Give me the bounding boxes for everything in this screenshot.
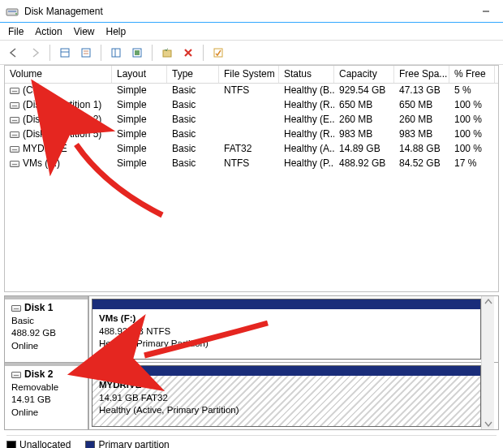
col-capacity[interactable]: Capacity	[334, 66, 394, 83]
disk-icon	[11, 372, 21, 378]
svg-point-2	[15, 13, 17, 15]
volume-list: Volume Layout Type File System Status Ca…	[4, 65, 499, 292]
disk-icon	[11, 305, 21, 312]
legend-unallocated: Unallocated	[6, 439, 71, 448]
disk-info[interactable]: Disk 1Basic488.92 GBOnline	[5, 296, 89, 362]
svg-rect-6	[82, 49, 90, 57]
back-button[interactable]	[5, 44, 23, 62]
svg-rect-12	[135, 50, 140, 55]
toolbar-btn-1[interactable]	[56, 44, 74, 62]
col-pct-free[interactable]: % Free	[449, 66, 495, 83]
table-row[interactable]: VMs (F:)SimpleBasicNTFSHealthy (P...488.…	[5, 157, 498, 171]
disk-area: VMs (F:)488.92 GB NTFSHealthy (Primary P…	[89, 296, 498, 362]
drive-icon	[10, 117, 19, 123]
partition[interactable]: MYDRIVE14.91 GB FAT32Healthy (Active, Pr…	[92, 365, 481, 427]
toolbar-btn-2[interactable]	[77, 44, 95, 62]
properties-button[interactable]	[209, 44, 227, 62]
svg-rect-4	[61, 49, 69, 57]
menu-action[interactable]: Action	[35, 26, 62, 37]
minimize-button[interactable]	[469, 0, 503, 23]
disk-row: Disk 2Removable14.91 GBOnlineMYDRIVE14.9…	[5, 363, 498, 429]
toolbar-btn-3[interactable]	[107, 44, 125, 62]
col-layout[interactable]: Layout	[112, 66, 167, 83]
table-row[interactable]: MYDRIVESimpleBasicFAT32Healthy (A...14.8…	[5, 142, 498, 157]
svg-rect-14	[214, 49, 222, 57]
partition[interactable]: VMs (F:)488.92 GB NTFSHealthy (Primary P…	[92, 299, 481, 360]
table-row[interactable]: (Disk 0 partition 2)SimpleBasicHealthy (…	[5, 113, 498, 127]
scrollbar[interactable]	[481, 296, 494, 429]
disk-row: Disk 1Basic488.92 GBOnlineVMs (F:)488.92…	[5, 296, 498, 363]
col-free-space[interactable]: Free Spa...	[394, 66, 449, 83]
window-controls	[469, 0, 503, 23]
forward-button[interactable]	[26, 44, 44, 62]
menu-bar: File Action View Help	[0, 23, 503, 41]
toolbar-btn-4[interactable]	[128, 44, 146, 62]
legend-primary: Primary partition	[85, 439, 169, 448]
col-type[interactable]: Type	[167, 66, 219, 83]
column-headers: Volume Layout Type File System Status Ca…	[5, 66, 498, 84]
toolbar	[0, 41, 503, 65]
delete-button[interactable]	[179, 44, 197, 62]
window-title: Disk Management	[24, 6, 103, 17]
drive-icon	[10, 146, 19, 153]
svg-rect-1	[8, 11, 16, 12]
table-row[interactable]: (C:)SimpleBasicNTFSHealthy (B...929.54 G…	[5, 84, 498, 98]
title-bar: Disk Management	[0, 0, 503, 23]
refresh-button[interactable]	[158, 44, 176, 62]
drive-icon	[10, 88, 19, 94]
app-icon	[5, 4, 19, 19]
table-row[interactable]: (Disk 0 partition 5)SimpleBasicHealthy (…	[5, 127, 498, 142]
svg-rect-13	[163, 50, 171, 57]
svg-rect-9	[112, 49, 120, 57]
col-volume[interactable]: Volume	[5, 66, 112, 83]
disk-info[interactable]: Disk 2Removable14.91 GBOnline	[5, 363, 89, 429]
disk-graphical-view: Disk 1Basic488.92 GBOnlineVMs (F:)488.92…	[4, 295, 499, 430]
col-status[interactable]: Status	[279, 66, 334, 83]
drive-icon	[10, 131, 19, 138]
drive-icon	[10, 161, 19, 167]
menu-view[interactable]: View	[74, 26, 95, 37]
menu-file[interactable]: File	[8, 26, 24, 37]
table-row[interactable]: (Disk 0 partition 1)SimpleBasicHealthy (…	[5, 98, 498, 113]
drive-icon	[10, 102, 19, 109]
volume-rows: (C:)SimpleBasicNTFSHealthy (B...929.54 G…	[5, 84, 498, 171]
legend: Unallocated Primary partition	[6, 435, 497, 448]
col-filesystem[interactable]: File System	[219, 66, 279, 83]
menu-help[interactable]: Help	[106, 26, 127, 37]
disk-area: MYDRIVE14.91 GB FAT32Healthy (Active, Pr…	[89, 363, 498, 429]
